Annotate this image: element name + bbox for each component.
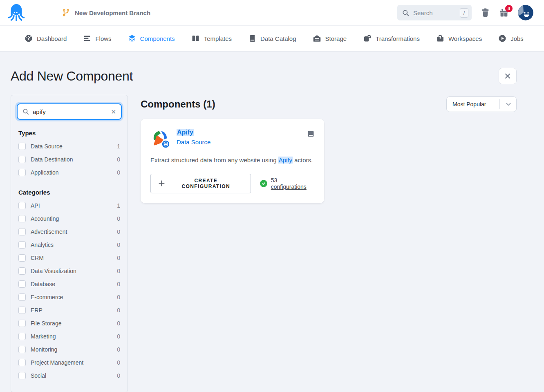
user-avatar[interactable] [518,5,533,20]
filter-count: 0 [117,294,120,300]
component-search-input[interactable]: apify ✕ [17,103,122,120]
filter-group-categories: API 1 Accounting 0 Advertisement 0 [16,199,123,382]
plus-icon [159,180,165,186]
branch-name: New Development Branch [75,9,150,16]
description-text: Extract structured data from any website… [150,157,278,164]
nav-label: Transformations [376,35,420,42]
sort-selected-value: Most Popular [452,101,495,108]
filter-checkbox[interactable] [18,333,26,340]
filter-group-title-types: Types [18,130,120,137]
git-branch-icon [62,9,70,17]
description-text: actors. [293,157,313,164]
nav-item-templates[interactable]: Templates [191,34,232,43]
filter-label: Data Destination [31,156,73,163]
nav-label: Storage [325,35,347,42]
close-button[interactable] [499,68,517,84]
filter-checkbox[interactable] [18,202,26,209]
nav-item-dashboard[interactable]: Dashboard [25,34,67,43]
filter-row[interactable]: CRM 0 [16,251,123,264]
filter-count: 0 [117,255,120,261]
filter-row[interactable]: E-commerce 0 [16,291,123,304]
filter-label: API [31,202,40,209]
search-shortcut-hint: / [460,8,468,18]
filter-row[interactable]: File Storage 0 [16,317,123,330]
keboola-octopus-logo[interactable] [7,3,25,22]
filter-row[interactable]: Advertisement 0 [16,225,123,238]
jobs-icon [498,34,506,43]
filter-row[interactable]: Analytics 0 [16,238,123,251]
description-highlight: Apify [278,157,293,164]
component-card-titles: Apify Data Source [177,129,210,148]
configurations-link[interactable]: 53 configurations [271,177,314,190]
filter-row[interactable]: Data Destination 0 [16,153,123,166]
filter-checkbox[interactable] [18,254,26,262]
nav-item-jobs[interactable]: Jobs [498,34,524,43]
notification-badge: 4 [505,5,513,12]
filter-count: 0 [117,242,120,248]
trash-icon [481,8,490,18]
page-title: Add New Component [11,69,133,84]
filter-count: 0 [117,268,120,274]
filter-row[interactable]: Monitoring 0 [16,343,123,356]
trash-button[interactable] [481,8,490,18]
whats-new-button[interactable]: 4 [499,8,509,18]
nav-item-components[interactable]: Components [128,34,175,43]
component-type-link[interactable]: Data Source [177,139,210,146]
nav-label: Flows [95,35,111,42]
configurations-link-group[interactable]: 53 configurations [260,177,314,190]
filter-checkbox[interactable] [18,372,26,379]
filter-row[interactable]: Marketing 0 [16,330,123,343]
filter-checkbox[interactable] [18,359,26,366]
filter-count: 0 [117,169,120,176]
filter-checkbox[interactable] [18,241,26,249]
dev-branch-indicator[interactable]: New Development Branch [62,9,150,17]
storage-icon [313,34,321,43]
filter-row[interactable]: API 1 [16,199,123,212]
filter-count: 0 [117,281,120,287]
filter-row[interactable]: Data Visualization 0 [16,264,123,278]
filter-row[interactable]: Database 0 [16,278,123,291]
nav-label: Components [140,35,175,42]
filter-row[interactable]: Application 0 [16,166,123,179]
filter-count: 1 [117,202,120,209]
nav-item-transformations[interactable]: Transformations [363,34,420,43]
filter-checkbox[interactable] [18,156,26,163]
filter-checkbox[interactable] [18,320,26,327]
component-name-link[interactable]: Apify [177,129,210,136]
component-card-apify[interactable]: Apify Data Source Extract structured dat… [141,119,324,203]
filter-label: Accounting [31,215,59,222]
filter-checkbox[interactable] [18,293,26,301]
sort-dropdown[interactable]: Most Popular [446,96,517,112]
filter-checkbox[interactable] [18,307,26,314]
nav-label: Dashboard [37,35,67,42]
filter-row[interactable]: Project Management 0 [16,356,123,369]
clear-search-icon[interactable]: ✕ [111,109,116,115]
create-configuration-button[interactable]: CREATE CONFIGURATION [150,174,251,193]
filter-label: Database [31,281,55,287]
nav-label: Data Catalog [260,35,296,42]
success-check-icon [260,180,267,187]
nav-item-data-catalog[interactable]: Data Catalog [248,34,296,43]
filter-checkbox[interactable] [18,280,26,288]
filter-checkbox[interactable] [18,143,26,150]
filter-checkbox[interactable] [18,228,26,235]
filter-row[interactable]: ERP 0 [16,304,123,317]
filter-checkbox[interactable] [18,169,26,176]
filter-checkbox[interactable] [18,346,26,353]
filter-checkbox[interactable] [18,215,26,222]
filter-checkbox[interactable] [18,267,26,275]
documentation-icon[interactable] [307,130,314,137]
filter-row[interactable]: Accounting 0 [16,212,123,225]
filter-label: Application [31,169,59,176]
filter-count: 0 [117,228,120,235]
component-search-value: apify [33,108,107,115]
nav-item-workspaces[interactable]: Workspaces [436,34,482,43]
filter-label: E-commerce [31,294,63,300]
filter-row[interactable]: Data Source 1 [16,140,123,153]
search-icon [22,108,29,115]
global-search-input[interactable]: Search / [397,5,472,20]
filter-row[interactable]: Social 0 [16,369,123,382]
filter-label: Data Source [31,143,63,150]
nav-item-flows[interactable]: Flows [83,34,111,43]
nav-item-storage[interactable]: Storage [313,34,347,43]
